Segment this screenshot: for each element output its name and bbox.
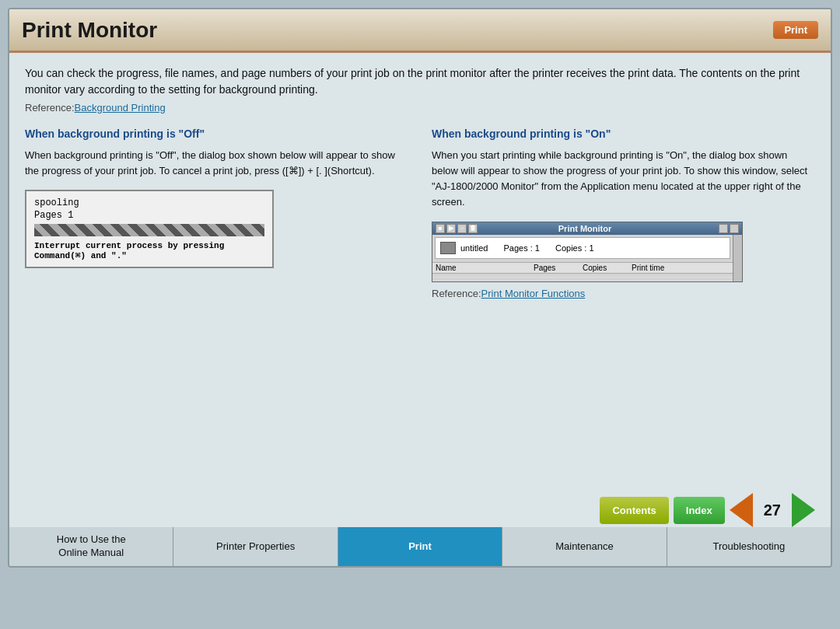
main-container: Print Monitor Print You can check the pr… xyxy=(8,8,832,568)
background-printing-link[interactable]: Background Printing xyxy=(75,102,166,114)
nav-maintenance[interactable]: Maintenance xyxy=(502,527,667,566)
intro-text: You can check the progress, file names, … xyxy=(25,65,815,98)
pm-trash-btn[interactable]: 🗑 xyxy=(468,224,478,233)
nav-troubleshooting[interactable]: Troubleshooting xyxy=(667,527,831,566)
pm-col-copies-header: Copies xyxy=(583,264,632,272)
left-column: When background printing is "Off" When b… xyxy=(25,128,408,299)
header-badge: Print xyxy=(773,21,818,39)
pm-col-name-header: Name xyxy=(436,264,534,272)
nav-print[interactable]: Print xyxy=(338,527,502,566)
header: Print Monitor Print xyxy=(9,9,831,53)
print-monitor-functions-link[interactable]: Print Monitor Functions xyxy=(481,288,586,299)
pm-job-content: untitled Pages : 1 Copies : 1 xyxy=(435,237,730,259)
print-monitor-window: ■ ▶ ○ 🗑 Print Monitor xyxy=(432,222,743,282)
pm-resize-btn[interactable] xyxy=(719,224,728,233)
index-button[interactable]: Index xyxy=(674,497,725,524)
pm-job-name: untitled xyxy=(460,243,488,253)
bottom-nav: How to Use theOnline Manual Printer Prop… xyxy=(9,527,831,566)
two-column-layout: When background printing is "Off" When b… xyxy=(25,128,815,299)
left-column-title: When background printing is "Off" xyxy=(25,128,408,140)
pm-zoom-btn[interactable] xyxy=(730,224,739,233)
pm-job-row: untitled Pages : 1 Copies : 1 xyxy=(440,240,725,256)
left-column-text: When background printing is "Off", the d… xyxy=(25,148,408,179)
pm-close-btn[interactable]: ■ xyxy=(436,224,445,233)
pm-titlebar: ■ ▶ ○ 🗑 Print Monitor xyxy=(432,222,742,235)
pm-pages-label: Pages : 1 xyxy=(503,243,539,253)
nav-how-to-use[interactable]: How to Use theOnline Manual xyxy=(9,527,173,566)
pm-data-row-2 xyxy=(432,278,733,281)
dialog-pages-label: Pages 1 xyxy=(34,210,264,221)
right-column-text: When you start printing while background… xyxy=(432,148,815,211)
pm-window-controls: ■ ▶ ○ 🗑 xyxy=(436,224,478,233)
prev-page-button[interactable] xyxy=(730,493,753,527)
right-column: When background printing is "On" When yo… xyxy=(432,128,815,299)
pm-col-time-header: Print time xyxy=(632,264,730,272)
pm-printer-icon xyxy=(440,242,456,254)
dialog-spooling-label: spooling xyxy=(34,197,264,208)
progress-bar xyxy=(34,224,264,236)
pm-max-btn[interactable]: ○ xyxy=(457,224,467,233)
contents-button[interactable]: Contents xyxy=(600,497,668,524)
content-area: You can check the progress, file names, … xyxy=(9,53,831,312)
reference-prefix-1: Reference: xyxy=(25,102,75,114)
pm-job-info: untitled Pages : 1 Copies : 1 xyxy=(460,243,594,253)
pm-scrollbar[interactable] xyxy=(733,235,742,281)
pm-body: untitled Pages : 1 Copies : 1 Name Pages… xyxy=(432,235,742,281)
pm-copies-label: Copies : 1 xyxy=(555,243,594,253)
page-number: 27 xyxy=(758,501,787,519)
nav-printer-properties[interactable]: Printer Properties xyxy=(173,527,338,566)
next-page-button[interactable] xyxy=(792,493,815,527)
pm-col-pages-header: Pages xyxy=(534,264,583,272)
pm-table-header: Name Pages Copies Print time xyxy=(432,262,733,274)
pm-min-btn[interactable]: ▶ xyxy=(446,224,456,233)
dialog-interrupt-text: Interrupt current process by pressing Co… xyxy=(34,241,264,260)
pm-window-title: Print Monitor xyxy=(478,224,692,233)
right-column-title: When background printing is "On" xyxy=(432,128,815,140)
reference-prefix-2: Reference: xyxy=(432,288,481,299)
bottom-controls: Contents Index 27 xyxy=(600,493,815,527)
page-title: Print Monitor xyxy=(22,18,157,43)
spooling-dialog: spooling Pages 1 Interrupt current proce… xyxy=(25,190,274,268)
pm-main-content: untitled Pages : 1 Copies : 1 Name Pages… xyxy=(432,235,733,281)
